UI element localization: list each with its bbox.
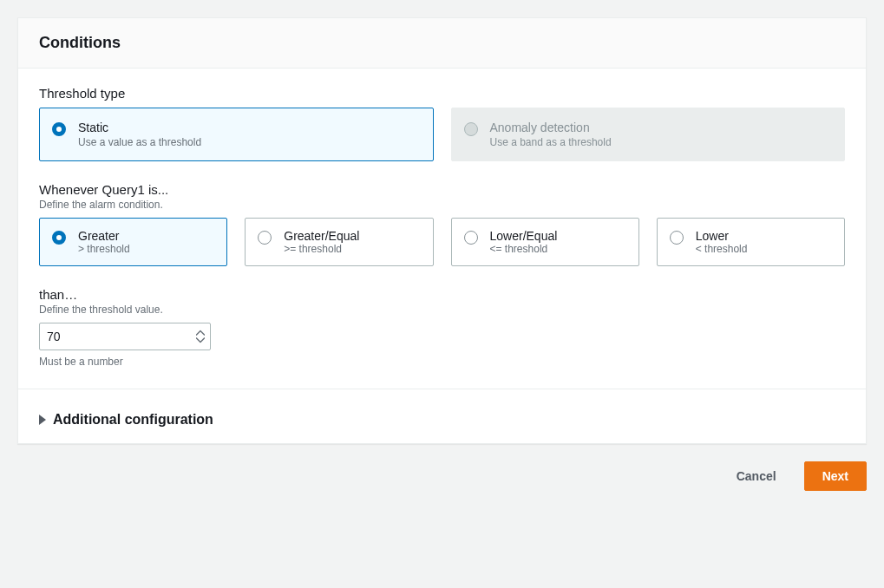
caret-right-icon xyxy=(39,415,46,425)
cond-sub: < threshold xyxy=(696,243,834,255)
spinner-up-icon[interactable] xyxy=(196,330,205,336)
spinner-down-icon[interactable] xyxy=(196,337,205,343)
radio-icon xyxy=(52,231,66,245)
cond-title: Greater xyxy=(78,229,216,243)
additional-configuration-toggle[interactable]: Additional configuration xyxy=(18,396,866,443)
threshold-value-input[interactable] xyxy=(47,330,203,343)
threshold-type-label: Threshold type xyxy=(39,86,845,101)
radio-icon xyxy=(670,231,684,245)
cond-sub: >= threshold xyxy=(284,243,422,255)
condition-lower[interactable]: Lower < threshold xyxy=(657,218,845,266)
cond-sub: > threshold xyxy=(78,243,216,255)
threshold-value-section: than… Define the threshold value. Must b… xyxy=(39,287,845,368)
cond-title: Lower/Equal xyxy=(490,229,628,243)
divider xyxy=(18,389,866,389)
condition-lower-equal[interactable]: Lower/Equal <= threshold xyxy=(451,218,639,266)
condition-greater[interactable]: Greater > threshold xyxy=(39,218,227,266)
threshold-value-label: than… xyxy=(39,287,845,302)
threshold-value-input-wrapper xyxy=(39,323,211,350)
panel-header: Conditions xyxy=(18,18,866,69)
additional-configuration-label: Additional configuration xyxy=(53,412,213,428)
radio-icon xyxy=(52,122,66,136)
number-spinner xyxy=(196,330,205,343)
threshold-type-static[interactable]: Static Use a value as a threshold xyxy=(39,108,434,161)
tile-desc: Use a band as a threshold xyxy=(490,136,831,148)
threshold-value-hint: Must be a number xyxy=(39,356,845,368)
radio-icon xyxy=(258,231,272,245)
conditions-panel: Conditions Threshold type Static Use a v… xyxy=(17,17,867,444)
tile-title: Static xyxy=(78,121,419,134)
threshold-type-anomaly: Anomaly detection Use a band as a thresh… xyxy=(451,108,846,161)
condition-subtitle: Define the alarm condition. xyxy=(39,199,845,211)
cond-title: Greater/Equal xyxy=(284,229,422,243)
threshold-type-section: Threshold type Static Use a value as a t… xyxy=(39,86,845,161)
panel-body: Threshold type Static Use a value as a t… xyxy=(18,69,866,396)
radio-icon xyxy=(464,231,478,245)
threshold-type-options: Static Use a value as a threshold Anomal… xyxy=(39,108,845,161)
condition-section: Whenever Query1 is... Define the alarm c… xyxy=(39,182,845,266)
condition-label: Whenever Query1 is... xyxy=(39,182,845,197)
cond-title: Lower xyxy=(696,229,834,243)
tile-title: Anomaly detection xyxy=(490,121,831,134)
radio-icon xyxy=(464,122,478,136)
condition-options: Greater > threshold Greater/Equal >= thr… xyxy=(39,218,845,266)
panel-title: Conditions xyxy=(39,34,845,52)
tile-desc: Use a value as a threshold xyxy=(78,136,419,148)
cond-sub: <= threshold xyxy=(490,243,628,255)
next-button[interactable]: Next xyxy=(804,461,867,491)
wizard-footer: Cancel Next xyxy=(17,461,867,491)
threshold-value-subtitle: Define the threshold value. xyxy=(39,304,845,316)
condition-greater-equal[interactable]: Greater/Equal >= threshold xyxy=(245,218,433,266)
cancel-button[interactable]: Cancel xyxy=(719,461,794,491)
